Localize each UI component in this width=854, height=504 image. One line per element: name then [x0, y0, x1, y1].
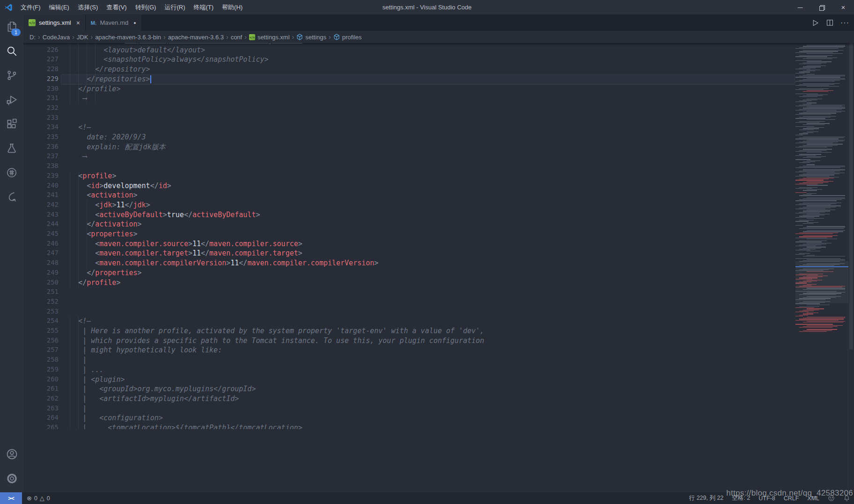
eol-sequence[interactable]: CRLF [784, 495, 799, 502]
breadcrumb-separator: › [224, 33, 231, 41]
menu-terminal[interactable]: 终端(T) [189, 0, 218, 15]
vertical-scrollbar[interactable] [848, 43, 854, 492]
menu-go[interactable]: 转到(G) [131, 0, 161, 15]
symbol-cube-icon [296, 34, 303, 40]
menu-file[interactable]: 文件(F) [16, 0, 45, 15]
minimap-line [799, 315, 808, 315]
code-line: <snapshotPolicy>always</snapshotPolicy> [61, 55, 795, 65]
line-number: 238 [23, 162, 59, 172]
scrollbar-slider[interactable] [849, 43, 853, 350]
code-token: <layout>default</layout> [61, 46, 205, 54]
breadcrumb-separator: › [290, 33, 297, 41]
source-control-button[interactable] [0, 63, 23, 88]
test-beaker-button[interactable] [0, 136, 23, 161]
minimap-line [803, 198, 845, 199]
minimap-line [799, 187, 817, 188]
tab-modified-dot-icon[interactable]: ● [133, 21, 136, 25]
cursor-position[interactable]: 行 229, 列 22 [689, 494, 724, 502]
code-token: > [133, 191, 138, 199]
menu-view[interactable]: 查看(V) [102, 0, 131, 15]
minimap-line [795, 126, 814, 127]
source-control-icon [6, 69, 18, 81]
breadcrumb-item-settings[interactable]: settings [296, 34, 326, 41]
search-button[interactable] [0, 39, 23, 63]
minimap-line [799, 138, 844, 138]
minimap-line [803, 190, 817, 190]
tab-maven-md[interactable]: M↓ Maven.md ● [86, 15, 142, 31]
code-token: date: 2020/9/3 [61, 133, 146, 141]
extension-hook-button[interactable] [0, 185, 23, 209]
minimap[interactable] [795, 43, 848, 492]
breadcrumb-item-d-[interactable]: D: [29, 34, 36, 41]
split-editor-icon[interactable] [826, 19, 834, 27]
minimap-line [799, 142, 838, 142]
notifications-bell-icon[interactable] [843, 495, 850, 502]
explorer-button[interactable]: 1 [0, 15, 23, 39]
xml-file-icon: </> [249, 34, 255, 40]
settings-gear-button[interactable] [0, 466, 23, 490]
breadcrumb-item-codejava[interactable]: CodeJava [43, 34, 70, 41]
more-actions-icon[interactable]: ··· [840, 19, 849, 27]
minimap-line [795, 246, 816, 246]
minimap-line [799, 154, 821, 154]
breadcrumb-item-apache-maven-3-6-3[interactable]: apache-maven-3.6.3 [168, 34, 224, 41]
extension-globe-button[interactable] [0, 161, 23, 185]
xml-tag: profile [87, 278, 116, 287]
code-token: </ [61, 220, 95, 228]
breadcrumb-label: conf [231, 34, 243, 41]
indentation-setting[interactable]: 空格: 2 [732, 494, 750, 502]
menu-run[interactable]: 运行(R) [160, 0, 189, 15]
breadcrumb-label: CodeJava [43, 34, 70, 41]
breadcrumb-item-apache-maven-3-6-3-bin[interactable]: apache-maven-3.6.3-bin [95, 34, 161, 41]
line-number: 240 [23, 182, 59, 191]
code-line: <activeByDefault>true</activeByDefault> [61, 211, 795, 220]
editor-pane[interactable]: 2262272282292302312322332342352362372382… [23, 43, 854, 492]
activity-bar-bottom [0, 442, 23, 490]
extensions-button[interactable] [0, 112, 23, 136]
breadcrumb-label: apache-maven-3.6.3 [168, 34, 224, 41]
account-button[interactable] [0, 442, 23, 466]
xml-tag: activation [91, 191, 133, 199]
minimap-line [803, 326, 838, 327]
minimap-line [807, 197, 845, 198]
line-number: 256 [23, 336, 59, 346]
tab-settings-xml[interactable]: </> settings.xml × [23, 15, 86, 31]
problems-indicator[interactable]: ⊗ 0 △ 0 [27, 495, 50, 502]
run-debug-button[interactable] [0, 88, 23, 112]
minimap-line [803, 75, 845, 75]
xml-tag: maven.compiler.target [99, 249, 188, 257]
minimap-line [795, 89, 824, 90]
minimap-slider[interactable] [795, 261, 848, 303]
encoding[interactable]: UTF-8 [758, 495, 775, 502]
minimap-line [803, 194, 811, 195]
remote-indicator[interactable]: >< [0, 492, 22, 504]
close-button[interactable]: × [832, 0, 854, 15]
code-line: <id>development</id> [61, 182, 795, 191]
feedback-smiley-icon[interactable] [828, 495, 835, 502]
minimap-line [807, 90, 833, 91]
language-mode[interactable]: XML [807, 495, 819, 502]
code-token: http://snapshots.maven.codehaus.org/mave… [125, 43, 302, 44]
minimap-line [807, 144, 843, 144]
breadcrumb-item-settings-xml[interactable]: </>settings.xml [249, 34, 290, 41]
breadcrumb-item-conf[interactable]: conf [231, 34, 243, 41]
breadcrumb-item-jdk[interactable]: JDK [77, 34, 88, 41]
minimap-line [795, 324, 833, 324]
menu-help[interactable]: 帮助(H) [218, 0, 247, 15]
menu-selection[interactable]: 选择(S) [74, 0, 102, 15]
minimap-line [799, 327, 832, 328]
minimap-line [807, 251, 820, 251]
minimap-line [807, 123, 830, 124]
minimap-line [795, 320, 839, 321]
restore-button[interactable] [811, 0, 832, 15]
code-token: > [188, 249, 192, 257]
code-token: > [163, 211, 167, 219]
breadcrumb-item-profiles[interactable]: profiles [333, 34, 362, 41]
code-line: <maven.compiler.source>11</maven.compile… [61, 240, 795, 249]
minimap-line [795, 258, 840, 259]
line-number-gutter: 2262272282292302312322332342352362372382… [23, 43, 61, 492]
menu-edit[interactable]: 编辑(E) [45, 0, 74, 15]
minimize-button[interactable]: ─ [789, 0, 811, 15]
run-play-icon[interactable] [811, 19, 819, 27]
tab-close-icon[interactable]: × [76, 19, 80, 27]
